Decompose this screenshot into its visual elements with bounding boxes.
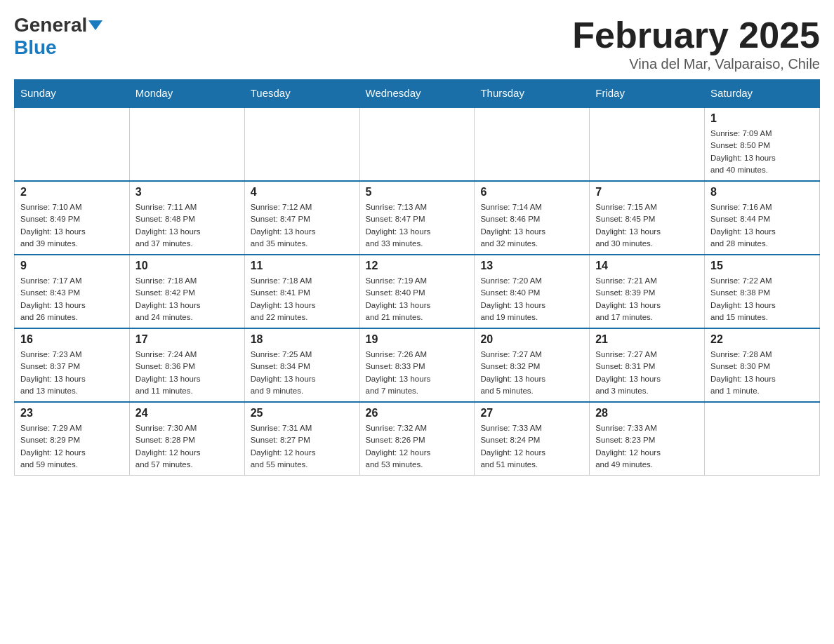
day-info: Sunrise: 7:30 AM Sunset: 8:28 PM Dayligh…	[135, 422, 239, 471]
day-info: Sunrise: 7:31 AM Sunset: 8:27 PM Dayligh…	[251, 422, 354, 471]
day-number: 2	[20, 186, 124, 199]
calendar-cell: 5Sunrise: 7:13 AM Sunset: 8:47 PM Daylig…	[359, 181, 475, 255]
calendar-cell: 9Sunrise: 7:17 AM Sunset: 8:43 PM Daylig…	[15, 255, 130, 328]
day-number: 25	[251, 407, 354, 420]
col-header-wednesday: Wednesday	[359, 80, 475, 107]
calendar-cell: 13Sunrise: 7:20 AM Sunset: 8:40 PM Dayli…	[475, 255, 590, 328]
day-number: 27	[480, 407, 583, 420]
day-number: 21	[595, 333, 699, 346]
col-header-sunday: Sunday	[15, 80, 130, 107]
day-number: 19	[366, 333, 469, 346]
day-info: Sunrise: 7:20 AM Sunset: 8:40 PM Dayligh…	[480, 275, 583, 323]
day-number: 26	[366, 407, 469, 420]
calendar-cell: 22Sunrise: 7:28 AM Sunset: 8:30 PM Dayli…	[705, 328, 820, 402]
day-info: Sunrise: 7:09 AM Sunset: 8:50 PM Dayligh…	[710, 128, 814, 176]
calendar-cell: 11Sunrise: 7:18 AM Sunset: 8:41 PM Dayli…	[244, 255, 359, 328]
day-number: 8	[710, 186, 814, 199]
calendar-header-row: SundayMondayTuesdayWednesdayThursdayFrid…	[15, 80, 820, 107]
calendar-cell: 1Sunrise: 7:09 AM Sunset: 8:50 PM Daylig…	[705, 107, 820, 182]
day-info: Sunrise: 7:33 AM Sunset: 8:23 PM Dayligh…	[595, 422, 699, 471]
calendar-cell: 4Sunrise: 7:12 AM Sunset: 8:47 PM Daylig…	[244, 181, 359, 255]
calendar-row-week-2: 2Sunrise: 7:10 AM Sunset: 8:49 PM Daylig…	[15, 181, 820, 255]
day-number: 5	[366, 186, 469, 199]
calendar-cell: 23Sunrise: 7:29 AM Sunset: 8:29 PM Dayli…	[15, 402, 130, 476]
calendar-cell: 2Sunrise: 7:10 AM Sunset: 8:49 PM Daylig…	[15, 181, 130, 255]
calendar-cell: 21Sunrise: 7:27 AM Sunset: 8:31 PM Dayli…	[590, 328, 705, 402]
calendar-row-week-5: 23Sunrise: 7:29 AM Sunset: 8:29 PM Dayli…	[15, 402, 820, 476]
day-info: Sunrise: 7:28 AM Sunset: 8:30 PM Dayligh…	[710, 349, 814, 397]
calendar-cell: 19Sunrise: 7:26 AM Sunset: 8:33 PM Dayli…	[359, 328, 475, 402]
calendar-cell: 26Sunrise: 7:32 AM Sunset: 8:26 PM Dayli…	[359, 402, 475, 476]
day-info: Sunrise: 7:15 AM Sunset: 8:45 PM Dayligh…	[595, 201, 699, 250]
calendar-cell: 3Sunrise: 7:11 AM Sunset: 8:48 PM Daylig…	[129, 181, 244, 255]
day-info: Sunrise: 7:10 AM Sunset: 8:49 PM Dayligh…	[20, 201, 124, 250]
calendar-cell: 6Sunrise: 7:14 AM Sunset: 8:46 PM Daylig…	[475, 181, 590, 255]
calendar-cell	[359, 107, 475, 182]
month-title: February 2025	[572, 14, 820, 56]
day-info: Sunrise: 7:18 AM Sunset: 8:42 PM Dayligh…	[135, 275, 239, 323]
day-info: Sunrise: 7:16 AM Sunset: 8:44 PM Dayligh…	[710, 201, 814, 250]
calendar-cell: 27Sunrise: 7:33 AM Sunset: 8:24 PM Dayli…	[475, 402, 590, 476]
day-number: 10	[135, 260, 239, 272]
logo-blue-text: Blue	[14, 36, 57, 59]
day-info: Sunrise: 7:19 AM Sunset: 8:40 PM Dayligh…	[366, 275, 469, 323]
calendar-cell: 10Sunrise: 7:18 AM Sunset: 8:42 PM Dayli…	[129, 255, 244, 328]
calendar-cell: 24Sunrise: 7:30 AM Sunset: 8:28 PM Dayli…	[129, 402, 244, 476]
day-number: 23	[20, 407, 124, 420]
logo-triangle-icon	[88, 20, 102, 30]
day-info: Sunrise: 7:12 AM Sunset: 8:47 PM Dayligh…	[251, 201, 354, 250]
calendar-cell: 18Sunrise: 7:25 AM Sunset: 8:34 PM Dayli…	[244, 328, 359, 402]
day-number: 20	[480, 333, 583, 346]
day-info: Sunrise: 7:14 AM Sunset: 8:46 PM Dayligh…	[480, 201, 583, 250]
day-number: 3	[135, 186, 239, 199]
day-info: Sunrise: 7:27 AM Sunset: 8:31 PM Dayligh…	[595, 349, 699, 397]
calendar-cell	[129, 107, 244, 182]
col-header-monday: Monday	[129, 80, 244, 107]
day-number: 24	[135, 407, 239, 420]
day-number: 4	[251, 186, 354, 199]
day-number: 28	[595, 407, 699, 420]
day-info: Sunrise: 7:23 AM Sunset: 8:37 PM Dayligh…	[20, 349, 124, 397]
day-number: 1	[710, 112, 814, 125]
calendar-cell: 16Sunrise: 7:23 AM Sunset: 8:37 PM Dayli…	[15, 328, 130, 402]
day-info: Sunrise: 7:17 AM Sunset: 8:43 PM Dayligh…	[20, 275, 124, 323]
day-number: 22	[710, 333, 814, 346]
calendar-cell	[705, 402, 820, 476]
page-header: General Blue February 2025 Vina del Mar,…	[14, 14, 820, 72]
calendar-cell: 14Sunrise: 7:21 AM Sunset: 8:39 PM Dayli…	[590, 255, 705, 328]
day-number: 7	[595, 186, 699, 199]
col-header-friday: Friday	[590, 80, 705, 107]
col-header-saturday: Saturday	[705, 80, 820, 107]
calendar-cell	[244, 107, 359, 182]
title-block: February 2025 Vina del Mar, Valparaiso, …	[572, 14, 820, 72]
day-info: Sunrise: 7:29 AM Sunset: 8:29 PM Dayligh…	[20, 422, 124, 471]
day-info: Sunrise: 7:11 AM Sunset: 8:48 PM Dayligh…	[135, 201, 239, 250]
calendar-cell: 15Sunrise: 7:22 AM Sunset: 8:38 PM Dayli…	[705, 255, 820, 328]
day-info: Sunrise: 7:24 AM Sunset: 8:36 PM Dayligh…	[135, 349, 239, 397]
day-number: 12	[366, 260, 469, 272]
day-info: Sunrise: 7:13 AM Sunset: 8:47 PM Dayligh…	[366, 201, 469, 250]
calendar-cell: 17Sunrise: 7:24 AM Sunset: 8:36 PM Dayli…	[129, 328, 244, 402]
day-info: Sunrise: 7:26 AM Sunset: 8:33 PM Dayligh…	[366, 349, 469, 397]
day-number: 13	[480, 260, 583, 272]
col-header-thursday: Thursday	[475, 80, 590, 107]
logo: General Blue	[14, 14, 102, 59]
day-number: 14	[595, 260, 699, 272]
day-info: Sunrise: 7:33 AM Sunset: 8:24 PM Dayligh…	[480, 422, 583, 471]
calendar-cell	[15, 107, 130, 182]
day-info: Sunrise: 7:27 AM Sunset: 8:32 PM Dayligh…	[480, 349, 583, 397]
location-subtitle: Vina del Mar, Valparaiso, Chile	[572, 56, 820, 72]
day-info: Sunrise: 7:21 AM Sunset: 8:39 PM Dayligh…	[595, 275, 699, 323]
calendar-table: SundayMondayTuesdayWednesdayThursdayFrid…	[14, 79, 820, 476]
calendar-cell: 28Sunrise: 7:33 AM Sunset: 8:23 PM Dayli…	[590, 402, 705, 476]
calendar-cell: 8Sunrise: 7:16 AM Sunset: 8:44 PM Daylig…	[705, 181, 820, 255]
calendar-cell: 25Sunrise: 7:31 AM Sunset: 8:27 PM Dayli…	[244, 402, 359, 476]
day-number: 9	[20, 260, 124, 272]
day-number: 17	[135, 333, 239, 346]
calendar-row-week-4: 16Sunrise: 7:23 AM Sunset: 8:37 PM Dayli…	[15, 328, 820, 402]
day-number: 15	[710, 260, 814, 272]
day-number: 16	[20, 333, 124, 346]
calendar-cell: 12Sunrise: 7:19 AM Sunset: 8:40 PM Dayli…	[359, 255, 475, 328]
day-info: Sunrise: 7:25 AM Sunset: 8:34 PM Dayligh…	[251, 349, 354, 397]
day-info: Sunrise: 7:22 AM Sunset: 8:38 PM Dayligh…	[710, 275, 814, 323]
